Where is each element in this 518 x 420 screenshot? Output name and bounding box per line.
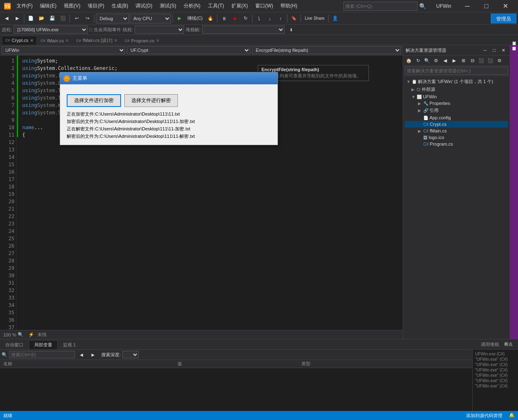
tree-logo[interactable]: 🖼 logo.ico <box>405 134 508 141</box>
step-out-button[interactable]: ↑ <box>275 14 285 23</box>
menu-debug[interactable]: 调试(D) <box>132 1 156 11</box>
live-share-button[interactable]: Live Share <box>303 14 327 23</box>
menu-test[interactable]: 测试(S) <box>156 1 180 11</box>
menu-window[interactable]: 窗口(W) <box>252 1 276 11</box>
panel-maximize-button[interactable]: □ <box>490 46 498 54</box>
add-to-source-control[interactable]: 添加到源代码管理 <box>466 413 502 419</box>
call-stack-item-4[interactable]: "UFWin.exe" (C#) <box>474 373 516 378</box>
step-over-button[interactable]: ⤵ <box>254 14 264 23</box>
zoom-icon[interactable]: 🔍 <box>18 332 23 337</box>
menu-view[interactable]: 视图(V) <box>61 1 84 11</box>
restart-button[interactable]: ↻ <box>240 14 250 23</box>
view-button2[interactable]: ⬛ <box>486 56 495 65</box>
cpu-dropdown[interactable]: Any CPU <box>130 14 171 23</box>
thread-dropdown[interactable] <box>135 26 184 34</box>
encrypt-button[interactable]: 选择文件进行加密 <box>67 94 121 107</box>
gear-button[interactable]: ⚙ <box>495 56 504 65</box>
collapse-all-button[interactable]: ⊟ <box>468 56 476 65</box>
strip-text-1[interactable]: 解决方案 <box>511 47 518 50</box>
menu-build[interactable]: 生成(B) <box>108 1 131 11</box>
save-button[interactable]: 💾 <box>47 14 57 23</box>
continue-button[interactable]: 继续(C) <box>185 14 205 23</box>
back-button[interactable]: ◀ <box>2 14 12 23</box>
call-stack-item-5[interactable]: "UFWin.exe" (C#) <box>474 378 516 383</box>
tab-fmain-design[interactable]: C# fMain.cs [设计] ✕ <box>72 36 121 45</box>
tree-solution[interactable]: ▼ 📋 解决方案 'UFWin' (1 个项目，共 1 个) <box>405 78 508 86</box>
menu-tools[interactable]: 工具(T) <box>205 1 227 11</box>
call-stack-item-1[interactable]: "UFWin.exe" (C#) <box>474 357 516 362</box>
locals-search-input[interactable] <box>9 351 75 358</box>
admin-button[interactable]: 管理员 <box>491 14 516 23</box>
locals-table-container[interactable]: 名称 值 类型 <box>0 360 472 411</box>
method-dropdown[interactable]: EncryptFile(string filepath) <box>252 46 401 54</box>
tree-ufwin[interactable]: ▼ ⬜ UFWin <box>405 93 508 100</box>
view-toggle-button[interactable]: ⬛ <box>477 56 485 65</box>
tab-auto-window[interactable]: 自动窗口 <box>0 340 29 349</box>
fire-button[interactable]: 🔥 <box>205 14 215 23</box>
menu-project[interactable]: 项目(P) <box>84 1 107 11</box>
tab-crypt-cs[interactable]: C# Crypt.cs ✕ <box>2 36 37 45</box>
tree-cryptcs[interactable]: C# Crypt.cs <box>405 121 508 128</box>
open-button[interactable]: 📂 <box>37 14 47 23</box>
call-stack-item-0[interactable]: UFWin.exe (C#) <box>474 351 516 357</box>
search-button[interactable]: 🔍 <box>423 56 431 65</box>
settings-button[interactable]: ⚙ <box>432 56 440 65</box>
search-back-button[interactable]: ◀ <box>77 350 86 360</box>
tree-external[interactable]: ▶ ⬡ 外部源 <box>405 86 508 93</box>
menu-extensions[interactable]: 扩展(X) <box>228 1 251 11</box>
stack-dropdown[interactable] <box>202 26 285 34</box>
stop-button[interactable]: ■ <box>230 14 240 23</box>
decrypt-button[interactable]: 选择文件进行解密 <box>124 94 178 107</box>
tree-appconfig[interactable]: 📄 App.config <box>405 114 508 121</box>
undo-button[interactable]: ↩ <box>72 14 82 23</box>
home-button[interactable]: 🏠 <box>405 56 413 65</box>
search-box[interactable] <box>343 2 418 11</box>
back-nav-button[interactable]: ◀ <box>441 56 449 65</box>
expand-all-button[interactable]: ⊞ <box>459 56 467 65</box>
forward-button[interactable]: ▶ <box>12 14 22 23</box>
menu-file[interactable]: 文件(F) <box>13 1 36 11</box>
minimize-button[interactable]: ─ <box>458 0 477 12</box>
forward-nav-button[interactable]: ▶ <box>450 56 458 65</box>
tab-fmain-cs[interactable]: C# fMain.cs ✕ <box>37 36 72 45</box>
tab-watch[interactable]: 监视 1 <box>58 340 81 349</box>
solution-search-input[interactable] <box>405 67 508 75</box>
call-stack-item-3[interactable]: "UFWin.exe" (C#) <box>474 367 516 373</box>
namespace-dropdown[interactable]: UF.Crypt <box>127 46 250 54</box>
close-tab-program-cs[interactable]: ✕ <box>156 38 159 43</box>
menu-analyze[interactable]: 分析(N) <box>180 1 204 11</box>
call-stack-item-6[interactable]: "UFWin.exe" (C#) <box>474 383 516 389</box>
tree-references[interactable]: ▶ 🔗 引用 <box>405 107 508 114</box>
process-dropdown[interactable]: [170656] UFWin.exe <box>14 26 88 34</box>
tree-fmaincs[interactable]: ▶ C# fMain.cs <box>405 128 508 134</box>
class-dropdown[interactable]: UFWin <box>2 46 125 54</box>
pause-button[interactable]: ⏸ <box>219 14 229 23</box>
search-depth-dropdown[interactable] <box>122 351 139 358</box>
refresh-button[interactable]: ↻ <box>414 56 422 65</box>
tab-program-cs[interactable]: C# Program.cs ✕ <box>121 36 163 45</box>
debug-config-dropdown[interactable]: Debug <box>96 14 129 23</box>
new-button[interactable]: 📄 <box>26 14 36 23</box>
menu-help[interactable]: 帮助(H) <box>277 1 301 11</box>
menu-edit[interactable]: 编辑(E) <box>37 1 60 11</box>
tree-programcs[interactable]: C# Program.cs <box>405 141 508 147</box>
bookmark-button[interactable]: 🔖 <box>289 14 299 23</box>
close-tab-crypt-cs[interactable]: ✕ <box>30 38 33 43</box>
start-button[interactable]: ▶ <box>175 14 184 23</box>
redo-button[interactable]: ↪ <box>82 14 92 23</box>
save-all-button[interactable]: ⬛ <box>58 14 68 23</box>
search-fwd-button[interactable]: ▶ <box>88 350 98 360</box>
tree-properties[interactable]: ▶ 🔧 Properties <box>405 100 508 107</box>
breakpoints-button[interactable]: 断点 <box>502 339 515 349</box>
strip-text-2[interactable]: 资源管理器 <box>511 52 518 55</box>
stack-nav-button[interactable]: ⬇ <box>286 25 296 35</box>
panel-close-button[interactable]: ✕ <box>499 46 507 54</box>
maximize-button[interactable]: □ <box>477 0 496 12</box>
close-tab-fmain-design[interactable]: ✕ <box>114 38 117 43</box>
notification-icon[interactable]: 🔔 <box>509 413 515 419</box>
panel-minimize-button[interactable]: ─ <box>481 46 489 54</box>
tab-locals[interactable]: 局部变量 <box>29 340 58 349</box>
close-button[interactable]: ✕ <box>496 0 515 12</box>
profile-button[interactable]: 👤 <box>330 14 340 23</box>
close-tab-fmain-cs[interactable]: ✕ <box>65 38 69 43</box>
